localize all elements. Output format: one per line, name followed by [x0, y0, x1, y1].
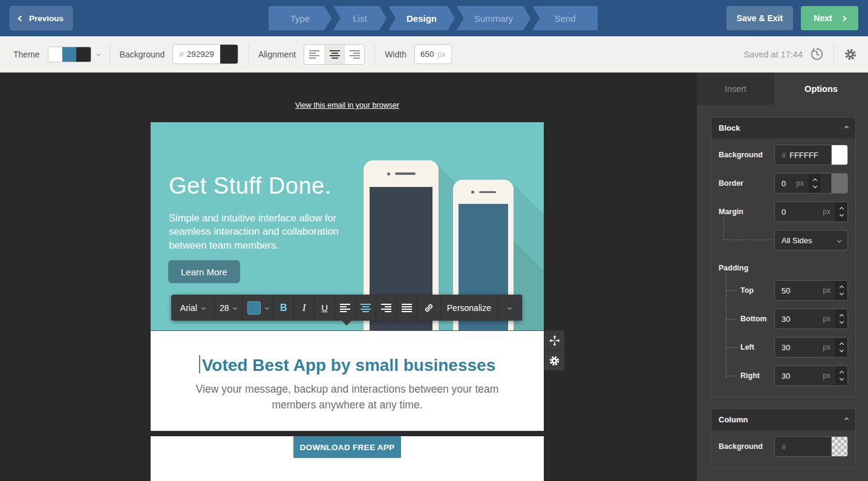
block-border-color-swatch[interactable]	[831, 174, 847, 193]
padding-left-stepper[interactable]	[835, 338, 847, 357]
tab-options[interactable]: Options	[774, 73, 868, 105]
align-left-icon	[340, 304, 350, 312]
bold-button[interactable]: B	[273, 295, 294, 321]
settings-left-group: Theme Background # 292929 Alignment	[13, 36, 452, 72]
margin-sides-select[interactable]: All Sides	[774, 230, 848, 250]
font-color-select[interactable]	[243, 295, 274, 321]
previous-button[interactable]: Previous	[10, 6, 73, 30]
padding-left-input[interactable]: 30 px	[774, 337, 848, 358]
saved-status: Saved at 17:44	[743, 50, 803, 59]
stepper-up-icon	[840, 286, 844, 290]
step-design[interactable]: Design	[388, 6, 455, 30]
step-send[interactable]: Send	[532, 6, 598, 30]
width-value: 650	[420, 50, 434, 59]
align-left-button[interactable]	[304, 45, 324, 64]
view-in-browser-link[interactable]: View this email in your browser	[151, 101, 544, 110]
text-align-justify-button[interactable]	[397, 295, 417, 321]
padding-right-input[interactable]: 30 px	[774, 365, 848, 386]
voted-text-block[interactable]: Voted Best App by small businesses View …	[151, 330, 544, 431]
background-color-swatch[interactable]	[220, 44, 238, 64]
chevron-down-icon	[201, 306, 206, 310]
text-align-left-button[interactable]	[335, 295, 356, 321]
column-panel-header[interactable]: Column	[711, 409, 855, 430]
padding-left-row: Left 30 px	[719, 337, 848, 358]
column-background-swatch[interactable]	[831, 437, 847, 456]
download-block[interactable]: DOWNLOAD FREE APP	[151, 436, 544, 481]
block-margin-stepper[interactable]	[835, 202, 847, 221]
block-background-swatch[interactable]	[831, 145, 847, 165]
font-size-select[interactable]: 28	[215, 295, 243, 321]
block-panel-header[interactable]: Block	[711, 117, 855, 139]
font-family-select[interactable]: Arial	[171, 295, 215, 321]
stepper-down-icon	[840, 348, 844, 352]
phone-top-detail	[453, 180, 514, 204]
padding-right-unit: px	[823, 371, 835, 380]
align-right-button[interactable]	[344, 45, 364, 64]
column-background-label: Background	[719, 442, 763, 451]
stepper-up-icon	[813, 178, 817, 183]
tab-insert[interactable]: Insert	[697, 73, 774, 105]
phone-top-detail	[364, 160, 439, 187]
design-settings-toolbar: Theme Background # 292929 Alignment	[0, 36, 868, 73]
padding-right-row: Right 30 px	[719, 365, 848, 386]
padding-right-stepper[interactable]	[835, 366, 847, 385]
previous-button-label: Previous	[29, 14, 64, 23]
column-panel-body: Background #	[711, 430, 855, 468]
step-list[interactable]: List	[333, 6, 387, 30]
padding-bottom-unit: px	[823, 315, 835, 323]
padding-left-label: Left	[740, 343, 754, 352]
theme-color-picker[interactable]	[48, 47, 91, 62]
save-exit-button[interactable]: Save & Exit	[726, 6, 793, 30]
block-border-input[interactable]: 0 px	[774, 173, 848, 194]
padding-bottom-stepper[interactable]	[835, 309, 847, 329]
column-background-input[interactable]: #	[774, 436, 848, 457]
step-type[interactable]: Type	[269, 6, 331, 30]
background-label: Background	[120, 50, 165, 59]
font-color-swatch	[247, 301, 261, 315]
block-settings-button[interactable]	[544, 350, 564, 370]
padding-top-value: 50	[775, 286, 790, 295]
padding-bottom-input[interactable]: 30 px	[774, 309, 848, 329]
text-align-center-button[interactable]	[356, 295, 376, 321]
block-border-stepper[interactable]	[809, 174, 821, 193]
stepper-up-icon	[840, 371, 844, 375]
move-block-button[interactable]	[544, 330, 564, 350]
align-center-button[interactable]	[324, 45, 344, 64]
italic-button[interactable]: I	[294, 295, 315, 321]
width-label: Width	[385, 50, 406, 59]
block-panel-title: Block	[719, 123, 740, 133]
padding-top-stepper[interactable]	[835, 281, 847, 300]
underline-button[interactable]: U	[315, 295, 335, 321]
more-options-button[interactable]	[498, 295, 522, 321]
next-button[interactable]: Next	[801, 6, 858, 30]
padding-top-input[interactable]: 50 px	[774, 280, 848, 301]
block-border-row: Border 0 px	[719, 173, 848, 194]
block-margin-unit: px	[823, 208, 835, 216]
download-app-button[interactable]: DOWNLOAD FREE APP	[293, 436, 401, 458]
learn-more-button[interactable]: Learn More	[168, 260, 240, 283]
block-background-row: Background # FFFFFF	[719, 145, 848, 165]
hash-prefix: #	[782, 442, 786, 451]
column-panel: Column Background #	[711, 408, 856, 468]
history-button[interactable]	[810, 47, 824, 61]
email-canvas: View this email in your browser	[0, 73, 697, 481]
voted-heading-rest: by small businesses	[326, 356, 495, 375]
column-panel-title: Column	[719, 415, 748, 424]
settings-gear-button[interactable]	[844, 48, 857, 61]
block-background-input[interactable]: # FFFFFF	[774, 145, 848, 165]
block-margin-input[interactable]: 0 px	[774, 201, 848, 222]
align-center-icon	[330, 50, 340, 59]
personalize-button[interactable]: Personalize	[441, 295, 498, 321]
width-input[interactable]: 650 px	[414, 44, 452, 64]
block-border-label: Border	[719, 179, 743, 188]
background-color-input[interactable]: # 292929	[172, 44, 238, 64]
insert-link-button[interactable]	[417, 295, 441, 321]
theme-dropdown-chevron-icon[interactable]	[96, 52, 100, 56]
email-builder-app: Previous Type List Design Summary Send S…	[0, 0, 868, 481]
text-cursor	[199, 355, 200, 373]
move-icon	[549, 335, 561, 347]
text-align-right-button[interactable]	[376, 295, 397, 321]
hero-heading: Get Stuff Done.	[169, 173, 331, 199]
chevron-right-icon	[840, 15, 846, 21]
step-summary[interactable]: Summary	[457, 6, 530, 30]
